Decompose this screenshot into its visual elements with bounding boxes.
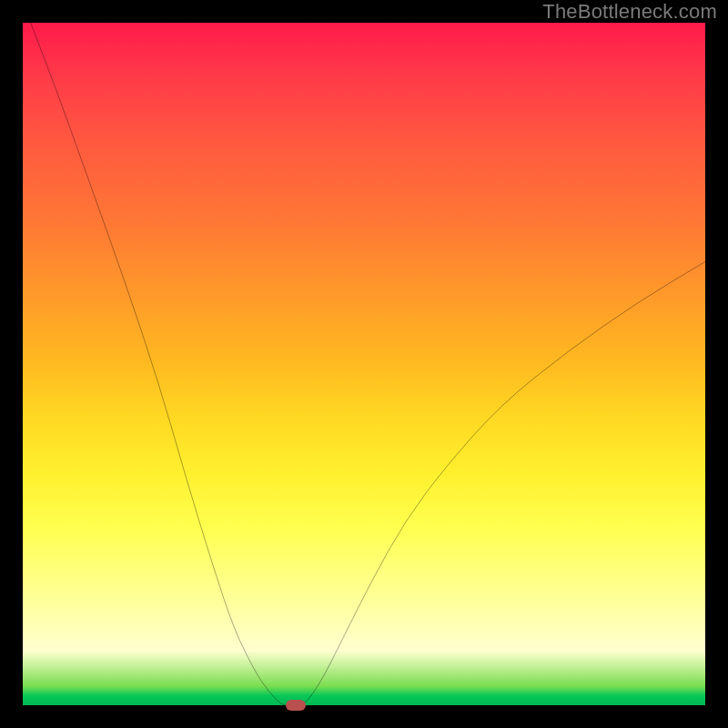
optimal-point-marker	[286, 700, 306, 711]
chart-frame: TheBottleneck.com	[0, 0, 728, 728]
bottleneck-curve	[23, 23, 705, 705]
plot-area	[23, 23, 705, 705]
watermark-text: TheBottleneck.com	[542, 0, 717, 24]
